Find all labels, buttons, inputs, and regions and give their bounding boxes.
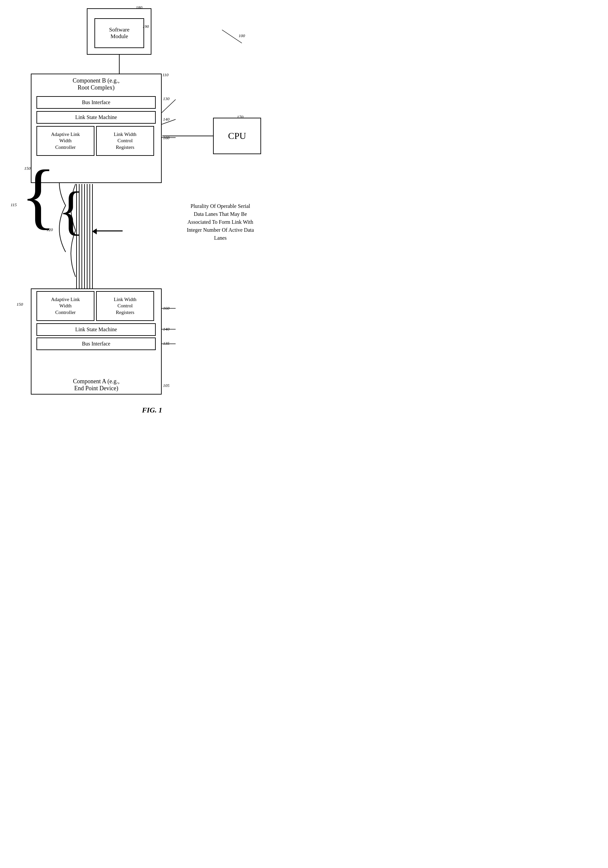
ref-150-bot-label: 150 (17, 302, 23, 307)
adaptive-bot-label: Adaptive Link Width Controller (51, 296, 80, 316)
ref-160-bot-label: 160 (163, 306, 170, 311)
link-state-top-label: Link State Machine (75, 115, 117, 120)
cpu-box: CPU (213, 118, 261, 154)
curly-brace-115: { (21, 159, 56, 232)
ref-180-label: 180 (136, 5, 142, 10)
adaptive-link-width-controller-bottom-box: Adaptive Link Width Controller (36, 291, 94, 321)
ref-100-arrow (219, 28, 245, 45)
bus-interface-bot-label: Bus Interface (82, 341, 110, 347)
link-width-control-registers-top-box: Link Width Control Registers (96, 126, 154, 156)
link-state-machine-bottom-box: Link State Machine (36, 323, 156, 336)
software-module-box: Software Module (94, 18, 144, 48)
link-state-machine-top-box: Link State Machine (36, 111, 156, 124)
bus-interface-bottom-box: Bus Interface (36, 338, 156, 350)
ref-135-label: 135 (163, 341, 170, 346)
annotation-span: Plurality Of Operable Serial Data Lanes … (187, 203, 254, 241)
lwcr-top-label: Link Width Control Registers (114, 131, 136, 151)
ref-190-label: 190 (142, 24, 149, 29)
ref-170-label: 170 (237, 115, 243, 120)
adaptive-link-width-controller-top-box: Adaptive Link Width Controller (36, 126, 94, 156)
comp-a-label-span: Component A (e.g., End Point Device) (73, 378, 120, 392)
bus-interface-top-box: Bus Interface (36, 96, 156, 109)
ref-115-label: 115 (11, 202, 17, 208)
fig-caption: FIG. 1 (142, 406, 162, 414)
ref-105-label: 105 (163, 383, 170, 388)
link-state-bot-label: Link State Machine (75, 327, 117, 333)
ref-140-bot-label: 140 (163, 327, 170, 332)
ref-120-label: 120 (46, 227, 53, 232)
bus-interface-top-label: Bus Interface (82, 99, 110, 105)
adaptive-top-label: Adaptive Link Width Controller (51, 131, 80, 151)
cpu-label: CPU (228, 131, 246, 141)
ref-110-label: 110 (162, 72, 169, 78)
ref-160-top-label: 160 (163, 135, 170, 141)
lwcr-bot-label: Link Width Control Registers (114, 296, 136, 316)
annotation-text: Plurality Of Operable Serial Data Lanes … (172, 202, 268, 242)
diagram-container: 100 Memory 180 Software Module 190 Compo… (0, 0, 304, 421)
software-module-label: Software Module (109, 26, 129, 40)
ref-140-top-label: 140 (163, 117, 170, 122)
link-width-control-registers-bottom-box: Link Width Control Registers (96, 291, 154, 321)
ref-130-label: 130 (163, 96, 170, 101)
fig-caption-text: FIG. 1 (142, 406, 162, 414)
svg-line-2 (162, 99, 176, 113)
svg-line-8 (222, 30, 242, 43)
curly-brace-120: { (58, 184, 84, 237)
comp-b-label: Component B (e.g., Root Complex) (43, 77, 149, 91)
comp-a-label: Component A (e.g., End Point Device) (31, 378, 162, 392)
arrow (96, 231, 122, 231)
